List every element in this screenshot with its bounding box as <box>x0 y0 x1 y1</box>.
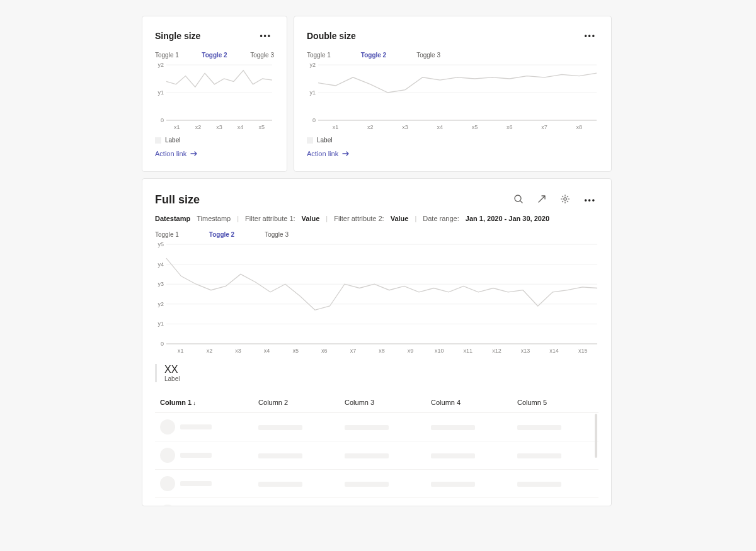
card-single: Single size ••• Toggle 1 Toggle 2 Toggle… <box>142 16 287 172</box>
svg-text:x3: x3 <box>216 124 222 130</box>
svg-text:x15: x15 <box>578 348 588 354</box>
card-single-more-button[interactable]: ••• <box>257 29 274 43</box>
legend-label: Label <box>165 137 180 144</box>
svg-text:0: 0 <box>161 341 164 347</box>
svg-text:x13: x13 <box>521 348 530 354</box>
legend-single: Label <box>155 137 274 144</box>
toggle-3[interactable]: Toggle 3 <box>250 52 274 59</box>
expand-icon <box>537 195 546 205</box>
svg-text:y1: y1 <box>158 321 164 327</box>
toggle-2[interactable]: Toggle 2 <box>209 231 234 238</box>
card-double: Double size ••• Toggle 1 Toggle 2 Toggle… <box>294 16 612 172</box>
card-single-toggles: Toggle 1 Toggle 2 Toggle 3 <box>155 52 274 59</box>
cell-placeholder <box>258 425 302 430</box>
cell-placeholder <box>180 481 212 486</box>
data-table: Column 1↓ Column 2 Column 3 Column 4 Col… <box>155 392 598 506</box>
filter-attr2-label: Filter attribute 2: <box>334 215 384 222</box>
legend-swatch <box>307 137 313 144</box>
table-row[interactable] <box>155 470 598 498</box>
chart-full: 0y1y2y3y4y5x1x2x3x4x5x6x7x8x9x10x11x12x1… <box>155 242 598 355</box>
legend-label: Label <box>317 137 332 144</box>
cell-placeholder <box>345 453 389 458</box>
scrollbar-thumb[interactable] <box>595 414 597 458</box>
avatar-placeholder <box>160 476 175 491</box>
filter-attr1-label: Filter attribute 1: <box>245 215 295 222</box>
toggle-2[interactable]: Toggle 2 <box>361 52 386 59</box>
column-header-2[interactable]: Column 2 <box>253 392 340 413</box>
svg-text:x7: x7 <box>350 348 357 354</box>
column-header-3[interactable]: Column 3 <box>340 392 426 413</box>
toggle-1[interactable]: Toggle 1 <box>155 52 179 59</box>
arrow-right-icon <box>190 151 198 157</box>
search-button[interactable] <box>511 191 526 208</box>
chart-single: 0y1y2x1x2x3x4x5 <box>155 62 274 132</box>
chart-double: 0y1y2x1x2x3x4x5x6x7x8 <box>307 62 598 132</box>
separator: | <box>237 215 239 222</box>
table-row[interactable] <box>155 498 598 506</box>
search-icon <box>513 194 524 206</box>
toggle-3[interactable]: Toggle 3 <box>416 52 440 59</box>
filter-bar: Datestamp Timestamp | Filter attribute 1… <box>155 215 598 222</box>
toggle-1[interactable]: Toggle 1 <box>307 52 331 59</box>
cell-placeholder <box>431 425 475 430</box>
card-double-title: Double size <box>307 31 356 41</box>
svg-text:y2: y2 <box>158 301 164 307</box>
svg-text:y4: y4 <box>158 261 164 268</box>
action-link-single[interactable]: Action link <box>155 150 198 157</box>
svg-text:x2: x2 <box>195 124 202 130</box>
svg-point-26 <box>564 198 566 200</box>
cell-placeholder <box>431 453 475 458</box>
cell-placeholder <box>517 425 561 430</box>
cell-placeholder <box>180 424 212 429</box>
filter-attr1-value[interactable]: Value <box>302 215 320 222</box>
separator: | <box>326 215 328 222</box>
stat-label: Label <box>164 375 180 382</box>
table-row[interactable] <box>155 413 598 441</box>
action-link-text: Action link <box>155 150 186 157</box>
svg-text:y1: y1 <box>158 89 164 96</box>
column-header-5[interactable]: Column 5 <box>512 392 598 413</box>
column-header-1[interactable]: Column 1↓ <box>155 392 253 413</box>
svg-text:x8: x8 <box>576 124 583 130</box>
cell-placeholder <box>258 453 302 458</box>
toggle-1[interactable]: Toggle 1 <box>155 231 179 238</box>
stat-block: XX Label <box>155 364 598 382</box>
filter-range-value[interactable]: Jan 1, 2020 - Jan 30, 2020 <box>466 215 549 222</box>
card-double-toggles: Toggle 1 Toggle 2 Toggle 3 <box>307 52 598 59</box>
cell-placeholder <box>345 425 389 430</box>
toggle-2[interactable]: Toggle 2 <box>202 52 227 59</box>
legend-swatch <box>155 137 161 144</box>
filter-attr2-value[interactable]: Value <box>391 215 409 222</box>
svg-text:y5: y5 <box>158 242 164 247</box>
cell-placeholder <box>345 482 389 487</box>
svg-text:x8: x8 <box>379 348 385 354</box>
table-row[interactable] <box>155 441 598 470</box>
svg-text:0: 0 <box>312 117 316 123</box>
cell-placeholder <box>517 482 561 487</box>
card-double-more-button[interactable]: ••• <box>581 29 598 43</box>
card-full: Full size ••• <box>142 178 612 506</box>
action-link-double[interactable]: Action link <box>307 150 350 157</box>
arrow-right-icon <box>342 151 350 157</box>
filter-tab-timestamp[interactable]: Timestamp <box>197 215 231 222</box>
cell-placeholder <box>517 453 561 458</box>
more-icon: ••• <box>584 196 596 205</box>
toggle-3[interactable]: Toggle 3 <box>265 231 289 238</box>
card-full-title: Full size <box>155 193 200 207</box>
expand-button[interactable] <box>535 192 549 208</box>
svg-text:x1: x1 <box>333 124 339 130</box>
svg-text:x4: x4 <box>437 124 444 130</box>
svg-text:x14: x14 <box>549 348 559 354</box>
filter-tab-datestamp[interactable]: Datestamp <box>155 215 190 222</box>
stat-accent-bar <box>155 364 157 382</box>
svg-text:x4: x4 <box>264 348 270 354</box>
svg-text:y2: y2 <box>158 62 164 68</box>
column-header-4[interactable]: Column 4 <box>426 392 512 413</box>
card-single-title: Single size <box>155 31 200 41</box>
card-full-more-button[interactable]: ••• <box>581 193 598 207</box>
avatar-placeholder <box>160 448 175 463</box>
svg-text:x2: x2 <box>207 348 213 354</box>
settings-button[interactable] <box>558 191 573 208</box>
avatar-placeholder <box>160 419 175 435</box>
svg-text:y1: y1 <box>309 89 316 96</box>
